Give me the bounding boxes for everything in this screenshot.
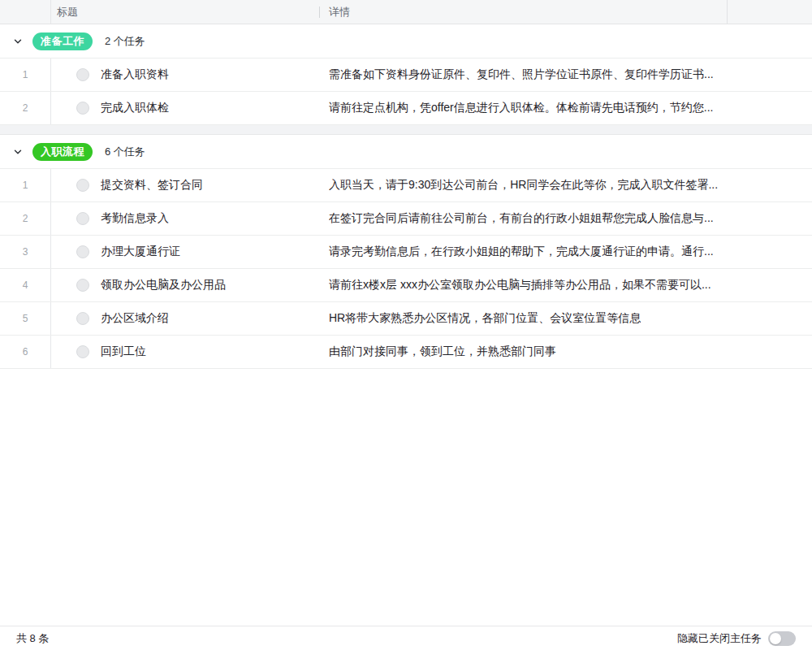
footer-toggle-group: 隐藏已关闭主任务 xyxy=(677,631,796,646)
task-title: 领取办公电脑及办公用品 xyxy=(101,278,226,292)
column-header-detail[interactable]: 详情 xyxy=(319,0,727,24)
task-row[interactable]: 6回到工位由部门对接同事，领到工位，并熟悉部门同事 xyxy=(0,336,812,369)
task-detail: 请前往x楼x层 xxx办公室领取办公电脑与插排等办公用品，如果不需要可以... xyxy=(329,278,711,292)
column-header-detail-label: 详情 xyxy=(329,5,350,20)
chevron-down-icon[interactable] xyxy=(10,33,26,50)
task-row[interactable]: 1准备入职资料需准备如下资料身份证原件、复印件、照片学位证书原件、复印件学历证书… xyxy=(0,58,812,92)
chevron-down-icon[interactable] xyxy=(10,144,26,160)
task-checkbox-icon[interactable] xyxy=(76,102,89,115)
total-count-label: 共 8 条 xyxy=(16,631,49,646)
task-title-cell: 准备入职资料 xyxy=(51,58,319,91)
row-number-cell: 6 xyxy=(0,336,51,368)
row-number: 3 xyxy=(23,246,28,258)
task-checkbox-icon[interactable] xyxy=(76,279,89,292)
row-number: 2 xyxy=(23,102,28,114)
task-detail-cell: 由部门对接同事，领到工位，并熟悉部门同事 xyxy=(319,336,812,368)
group-list: 准备工作2 个任务1准备入职资料需准备如下资料身份证原件、复印件、照片学位证书原… xyxy=(0,24,812,369)
table-header: 标题 详情 xyxy=(0,0,812,24)
group-task-count: 6 个任务 xyxy=(105,145,145,159)
row-number-cell: 1 xyxy=(0,169,51,202)
task-checkbox-icon[interactable] xyxy=(76,312,89,325)
row-number: 6 xyxy=(23,346,28,358)
task-grid-view: 标题 详情 准备工作2 个任务1准备入职资料需准备如下资料身份证原件、复印件、照… xyxy=(0,0,812,650)
hide-closed-tasks-toggle[interactable] xyxy=(768,631,796,646)
row-number-cell: 4 xyxy=(0,269,51,301)
hide-closed-tasks-label: 隐藏已关闭主任务 xyxy=(677,631,762,646)
footer-bar: 共 8 条 隐藏已关闭主任务 xyxy=(0,626,812,650)
task-detail: 入职当天，请于9:30到达公司前台，HR同学会在此等你，完成入职文件签署... xyxy=(329,178,718,193)
task-title: 回到工位 xyxy=(101,344,146,359)
task-title: 考勤信息录入 xyxy=(101,211,169,226)
row-number-cell: 5 xyxy=(0,302,51,335)
task-checkbox-icon[interactable] xyxy=(76,179,89,192)
task-detail-cell: 在签订完合同后请前往公司前台，有前台的行政小姐姐帮您完成人脸信息与... xyxy=(319,202,812,235)
row-number: 1 xyxy=(23,69,28,80)
row-number-cell: 1 xyxy=(0,58,51,91)
toggle-knob xyxy=(770,633,781,644)
task-checkbox-icon[interactable] xyxy=(76,245,89,258)
row-number-cell: 2 xyxy=(0,202,51,235)
task-detail-cell: 需准备如下资料身份证原件、复印件、照片学位证书原件、复印件学历证书... xyxy=(319,58,812,91)
task-checkbox-icon[interactable] xyxy=(76,68,89,81)
task-detail: 由部门对接同事，领到工位，并熟悉部门同事 xyxy=(329,344,556,359)
task-title: 完成入职体检 xyxy=(101,101,169,115)
task-detail-cell: 请前往定点机构，凭offer信息进行入职体检。体检前请先电话预约，节约您... xyxy=(319,92,812,124)
row-number: 4 xyxy=(23,280,28,291)
task-row[interactable]: 1提交资料、签订合同入职当天，请于9:30到达公司前台，HR同学会在此等你，完成… xyxy=(0,169,812,202)
task-detail: 请录完考勤信息后，在行政小姐姐的帮助下，完成大厦通行证的申请。通行... xyxy=(329,245,714,259)
header-gutter xyxy=(0,0,51,24)
task-detail: 需准备如下资料身份证原件、复印件、照片学位证书原件、复印件学历证书... xyxy=(329,67,714,82)
task-title-cell: 回到工位 xyxy=(51,336,319,368)
task-title: 办理大厦通行证 xyxy=(101,245,180,259)
task-detail-cell: 入职当天，请于9:30到达公司前台，HR同学会在此等你，完成入职文件签署... xyxy=(319,169,812,202)
task-detail-cell: 请录完考勤信息后，在行政小姐姐的帮助下，完成大厦通行证的申请。通行... xyxy=(319,236,812,268)
column-header-title[interactable]: 标题 xyxy=(51,0,319,24)
row-number: 1 xyxy=(23,180,28,191)
task-checkbox-icon[interactable] xyxy=(76,345,89,358)
task-title-cell: 办公区域介绍 xyxy=(51,302,319,335)
task-detail: HR将带大家熟悉办公区情况，各部门位置、会议室位置等信息 xyxy=(329,311,641,326)
task-row[interactable]: 2完成入职体检请前往定点机构，凭offer信息进行入职体检。体检前请先电话预约，… xyxy=(0,92,812,125)
task-title-cell: 完成入职体检 xyxy=(51,92,319,124)
task-detail: 请前往定点机构，凭offer信息进行入职体检。体检前请先电话预约，节约您... xyxy=(329,101,713,115)
group-task-count: 2 个任务 xyxy=(105,34,145,49)
group-header-row[interactable]: 入职流程6 个任务 xyxy=(0,135,812,169)
task-title: 准备入职资料 xyxy=(101,67,169,82)
task-title-cell: 办理大厦通行证 xyxy=(51,236,319,268)
task-group: 入职流程6 个任务1提交资料、签订合同入职当天，请于9:30到达公司前台，HR同… xyxy=(0,135,812,369)
task-row[interactable]: 5办公区域介绍HR将带大家熟悉办公区情况，各部门位置、会议室位置等信息 xyxy=(0,302,812,336)
task-detail-cell: 请前往x楼x层 xxx办公室领取办公电脑与插排等办公用品，如果不需要可以... xyxy=(319,269,812,301)
task-row[interactable]: 3办理大厦通行证请录完考勤信息后，在行政小姐姐的帮助下，完成大厦通行证的申请。通… xyxy=(0,236,812,269)
row-number: 5 xyxy=(23,313,28,324)
group-header-row[interactable]: 准备工作2 个任务 xyxy=(0,24,812,58)
task-title-cell: 领取办公电脑及办公用品 xyxy=(51,269,319,301)
task-row[interactable]: 4领取办公电脑及办公用品请前往x楼x层 xxx办公室领取办公电脑与插排等办公用品… xyxy=(0,269,812,302)
group-gap xyxy=(0,125,812,135)
task-title-cell: 考勤信息录入 xyxy=(51,202,319,235)
row-number: 2 xyxy=(23,213,28,224)
task-detail-cell: HR将带大家熟悉办公区情况，各部门位置、会议室位置等信息 xyxy=(319,302,812,335)
task-title: 提交资料、签订合同 xyxy=(101,178,203,193)
task-checkbox-icon[interactable] xyxy=(76,212,89,225)
task-title-cell: 提交资料、签订合同 xyxy=(51,169,319,202)
task-detail: 在签订完合同后请前往公司前台，有前台的行政小姐姐帮您完成人脸信息与... xyxy=(329,211,714,226)
group-name-badge: 准备工作 xyxy=(32,32,93,50)
group-name-badge: 入职流程 xyxy=(32,143,93,161)
column-header-extra xyxy=(727,0,812,24)
column-header-title-label: 标题 xyxy=(57,5,78,20)
row-number-cell: 3 xyxy=(0,236,51,268)
task-title: 办公区域介绍 xyxy=(101,311,169,326)
task-group: 准备工作2 个任务1准备入职资料需准备如下资料身份证原件、复印件、照片学位证书原… xyxy=(0,24,812,125)
task-row[interactable]: 2考勤信息录入在签订完合同后请前往公司前台，有前台的行政小姐姐帮您完成人脸信息与… xyxy=(0,202,812,236)
row-number-cell: 2 xyxy=(0,92,51,124)
column-divider xyxy=(319,6,320,18)
